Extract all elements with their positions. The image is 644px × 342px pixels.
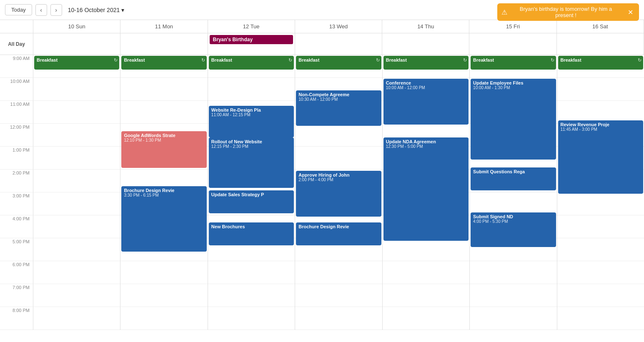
tue-sales-event[interactable]: Update Sales Strategy P	[209, 190, 294, 213]
wed-noncompete-event[interactable]: Non-Compete Agreeme 10:30 AM - 12:00 PM	[296, 90, 381, 126]
day-header-wed: 13 Wed	[295, 20, 382, 33]
wed-hiring-event[interactable]: Approve Hiring of John 2:00 PM - 4:00 PM	[296, 171, 381, 217]
sun-7pm	[33, 284, 120, 307]
time-slot-6pm: 6:00 PM	[0, 261, 33, 284]
refresh-icon: ↻	[376, 57, 380, 63]
allday-mon	[120, 33, 208, 55]
refresh-icon: ↻	[114, 57, 118, 63]
day-column-tue: Breakfast ↻ Website Re-Design Pla 11:00 …	[208, 55, 295, 330]
day-header-mon: 11 Mon	[120, 20, 208, 33]
today-button[interactable]: Today	[5, 4, 32, 15]
time-slot-9am: 9:00 AM	[0, 55, 33, 78]
day-column-fri: Breakfast ↻ Update Employee Files 10:00 …	[470, 55, 557, 330]
thu-conference-event[interactable]: Conference 10:00 AM - 12:00 PM	[383, 79, 469, 125]
time-slot-8pm: 8:00 PM	[0, 307, 33, 330]
sat-breakfast-event[interactable]: Breakfast ↻	[558, 56, 643, 70]
day-header-sat: 16 Sat	[557, 20, 644, 33]
toolbar: Today ‹ › 10-16 October 2021 ▾ ⚠ Bryan's…	[0, 0, 644, 20]
sun-10am	[33, 78, 120, 101]
time-slot-4pm: 4:00 PM	[0, 215, 33, 238]
day-headers: 10 Sun 11 Mon 12 Tue 13 Wed 14 Thu 15 Fr…	[0, 20, 644, 33]
fri-employee-files-event[interactable]: Update Employee Files 10:00 AM - 1:30 PM	[471, 79, 556, 160]
sun-3pm	[33, 192, 120, 215]
refresh-icon: ↻	[288, 57, 292, 63]
refresh-icon: ↻	[638, 57, 641, 63]
allday-sat	[557, 33, 644, 55]
sun-8pm	[33, 307, 120, 330]
thu-nda-event[interactable]: Update NDA Agreemen 12:30 PM - 5:00 PM	[383, 137, 469, 241]
toolbar-left: Today ‹ › 10-16 October 2021 ▾	[5, 4, 124, 16]
allday-label: All Day	[0, 33, 33, 55]
sun-12pm	[33, 124, 120, 147]
sun-6pm	[33, 261, 120, 284]
sun-1pm	[33, 147, 120, 170]
refresh-icon: ↻	[463, 57, 467, 63]
fri-questions-event[interactable]: Submit Questions Rega	[471, 167, 556, 190]
sat-revenue-event[interactable]: Review Revenue Proje 11:45 AM - 3:00 PM	[558, 120, 643, 194]
day-column-sat: Breakfast ↻ Review Revenue Proje 11:45 A…	[557, 55, 644, 330]
day-header-tue: 12 Tue	[208, 20, 295, 33]
sun-11am	[33, 101, 120, 124]
notification-banner: ⚠ Bryan's birthday is tomorrow! By him a…	[497, 3, 639, 21]
warning-icon: ⚠	[501, 8, 507, 16]
day-header-sun: 10 Sun	[33, 20, 120, 33]
allday-row: All Day Bryan's Birthday	[0, 33, 644, 55]
time-slot-1pm: 1:00 PM	[0, 147, 33, 170]
sun-5pm	[33, 238, 120, 261]
time-gutter-header	[0, 20, 33, 33]
time-slot-2pm: 2:00 PM	[0, 170, 33, 192]
thu-breakfast-event[interactable]: Breakfast ↻	[383, 56, 469, 70]
wed-breakfast-event[interactable]: Breakfast ↻	[296, 56, 381, 70]
sun-2pm	[33, 170, 120, 192]
day-column-thu: Breakfast ↻ Conference 10:00 AM - 12:00 …	[383, 55, 470, 330]
time-slot-10am: 10:00 AM	[0, 78, 33, 101]
tue-rollout-event[interactable]: Rollout of New Website 12:15 PM - 2:30 P…	[209, 137, 294, 188]
time-slot-12pm: 12:00 PM	[0, 124, 33, 147]
time-column: 9:00 AM 10:00 AM 11:00 AM 12:00 PM 1:00 …	[0, 55, 33, 330]
calendar-container: 10 Sun 11 Mon 12 Tue 13 Wed 14 Thu 15 Fr…	[0, 20, 644, 342]
fri-signed-nd-event[interactable]: Submit Signed ND 4:00 PM - 5:30 PM	[471, 212, 556, 247]
day-column-mon: Breakfast ↻ Google AdWords Strate 12:10 …	[120, 55, 208, 330]
tue-redesign-event[interactable]: Website Re-Design Pla 11:00 AM - 12:15 P…	[209, 106, 294, 137]
day-header-thu: 14 Thu	[382, 20, 469, 33]
day-header-fri: 15 Fri	[469, 20, 556, 33]
mon-brochure-event[interactable]: Brochure Design Revie 3:30 PM - 6:15 PM	[121, 186, 206, 252]
bryans-birthday-event[interactable]: Bryan's Birthday	[210, 35, 293, 44]
notification-close-button[interactable]: ✕	[628, 8, 633, 16]
time-slot-7pm: 7:00 PM	[0, 284, 33, 307]
allday-wed	[295, 33, 382, 55]
allday-fri	[469, 33, 556, 55]
mon-breakfast-event[interactable]: Breakfast ↻	[121, 56, 206, 70]
days-grid: Breakfast ↻	[33, 55, 644, 330]
time-slot-3pm: 3:00 PM	[0, 192, 33, 215]
fri-breakfast-event[interactable]: Breakfast ↻	[471, 56, 556, 70]
prev-button[interactable]: ‹	[35, 4, 47, 16]
day-column-wed: Breakfast ↻ Non-Compete Agreeme 10:30 AM…	[295, 55, 382, 330]
mon-adwords-event[interactable]: Google AdWords Strate 12:10 PM - 1:30 PM	[121, 131, 206, 168]
time-slot-5pm: 5:00 PM	[0, 238, 33, 261]
tue-breakfast-event[interactable]: Breakfast ↻	[209, 56, 294, 70]
time-slot-11am: 11:00 AM	[0, 101, 33, 124]
time-grid: 9:00 AM 10:00 AM 11:00 AM 12:00 PM 1:00 …	[0, 55, 644, 330]
date-range[interactable]: 10-16 October 2021 ▾	[68, 7, 125, 13]
time-grid-scroll[interactable]: 9:00 AM 10:00 AM 11:00 AM 12:00 PM 1:00 …	[0, 55, 644, 342]
refresh-icon: ↻	[551, 57, 554, 63]
refresh-icon: ↻	[201, 57, 205, 63]
allday-sun	[33, 33, 120, 55]
sun-breakfast-event[interactable]: Breakfast ↻	[34, 56, 119, 70]
allday-tue[interactable]: Bryan's Birthday	[208, 33, 295, 55]
allday-thu	[382, 33, 469, 55]
sun-4pm	[33, 215, 120, 238]
day-column-sun: Breakfast ↻	[33, 55, 120, 330]
tue-brochures-event[interactable]: New Brochures	[209, 222, 294, 245]
wed-brochure-event[interactable]: Brochure Design Revie	[296, 222, 381, 245]
next-button[interactable]: ›	[50, 4, 62, 16]
